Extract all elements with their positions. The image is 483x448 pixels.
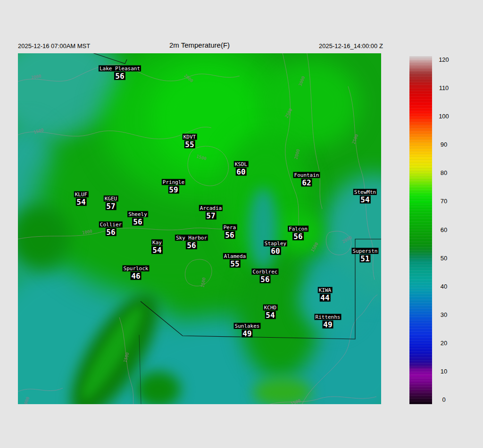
colorbar-tick-label: 60 [433,226,455,234]
station: Pringle59 [162,179,185,194]
station-name: Spurlock [123,265,150,272]
station-name: KIWA [318,287,333,293]
station: Arcadia57 [199,205,223,220]
station: StewMtn54 [353,189,377,204]
station-name: Sunlakes [234,323,261,329]
station: KGEU57 [104,196,118,210]
station: KLUF54 [74,191,89,206]
station-name: Lake Pleasant [99,66,141,72]
colorbar-tick-label: 0 [433,396,455,404]
station: Falcon56 [288,226,308,241]
station-name: KDVT [183,134,197,140]
station-name: KSDL [234,161,249,167]
station-temperature-value: 49 [242,330,252,338]
station: KIWA44 [318,287,333,302]
station-name: Superstn [352,248,379,254]
station-temperature-value: 54 [151,246,162,254]
station: KDVT55 [183,134,197,149]
station-temperature-value: 54 [75,198,86,206]
station-name: Corblrec [252,269,279,275]
station: Sky Harbor56 [175,235,208,249]
station-temperature-value: 49 [322,321,333,329]
station: Rittenhs49 [315,314,341,329]
station: Pera56 [223,224,237,239]
station-temperature-value: 56 [132,218,143,226]
station: KCHD54 [263,305,278,319]
station-temperature-value: 54 [359,196,370,204]
station-temperature-value: 60 [270,247,281,255]
colorbar-tick-label: 20 [433,340,455,347]
station-temperature-value: 56 [186,241,197,249]
station-temperature-value: 59 [168,186,179,194]
station-name: Falcon [288,226,308,232]
station-temperature-value: 44 [319,294,330,302]
station-name: StewMtn [353,189,377,195]
station: Fountain62 [293,172,320,187]
colorbar-tick-label: 110 [433,84,455,92]
station-temperature-value: 56 [224,231,235,239]
colorbar [409,56,432,404]
station-name: Pera [223,224,237,231]
station-temperature-value: 56 [259,275,270,283]
colorbar-tick-label: 30 [433,311,455,319]
station-temperature-value: 56 [105,228,116,236]
colorbar-tick-label: 40 [433,283,455,290]
station-temperature-value: 57 [205,212,216,220]
station-name: Sky Harbor [175,235,208,241]
station-temperature-value: 56 [292,232,303,241]
colorbar-tick-label: 50 [433,255,455,262]
station: Superstn51 [352,248,379,263]
station: Sheely56 [127,211,148,226]
colorbar-tick-label: 70 [433,198,455,205]
station: Collier56 [99,222,123,236]
station-name: Rittenhs [315,314,341,320]
station-temperature-value: 55 [229,260,240,268]
station-temperature-value: 57 [105,202,116,210]
station: Lake Pleasant56 [99,66,141,80]
station-name: KCHD [263,305,278,311]
station-name: Arcadia [199,205,223,211]
station-name: Collier [99,222,123,228]
station: Corblrec56 [252,269,279,283]
station: Spurlock46 [123,265,150,280]
timestamp-utc: 2025-12-16_14:00:00 Z [319,42,383,50]
station: KSDL60 [234,161,249,176]
station-name: Kay [151,240,163,246]
colorbar-tick-label: 80 [433,169,455,177]
colorbar-tick-label: 90 [433,141,455,149]
station-name: Pringle [162,179,185,185]
station-temperature-value: 60 [235,168,246,176]
station-temperature-value: 54 [265,311,275,319]
station-temperature-value: 56 [114,72,125,80]
station-name: KGEU [104,196,118,202]
weather-figure: 2025-12-16 07:00AM MST 2m Temperature(F)… [0,0,483,448]
station: Alameda55 [223,253,247,268]
colorbar-tick-label: 10 [433,368,455,375]
station-temperature-value: 62 [301,179,312,187]
station-name: Stapley [264,241,287,247]
station-name: KLUF [74,191,89,198]
station: Sunlakes49 [234,323,261,338]
colorbar-tick-label: 120 [433,56,455,64]
station: Stapley60 [264,241,287,255]
station-name: Sheely [127,211,148,217]
temperature-map-canvas: 2000200030002500150025002000150010002000… [18,53,381,404]
station-name: Alameda [223,253,247,259]
station: Kay54 [151,240,163,254]
station-name: Fountain [293,172,320,178]
station-temperature-value: 55 [184,141,195,149]
contours-and-boundaries-layer [18,53,381,404]
colorbar-tick-label: 100 [433,113,455,120]
station-temperature-value: 46 [130,272,141,280]
station-temperature-value: 51 [359,255,370,263]
